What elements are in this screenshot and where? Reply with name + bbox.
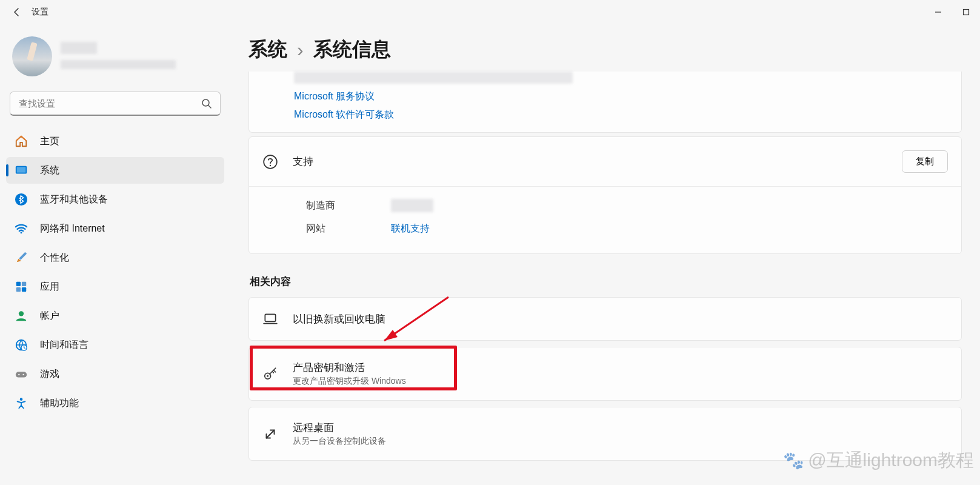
sidebar-item-gaming[interactable]: 游戏	[6, 361, 224, 387]
content-area: 系统 › 系统信息 Microsoft 服务协议 Microsoft 软件许可条…	[230, 24, 980, 485]
related-item-subtitle: 从另一台设备控制此设备	[293, 436, 386, 447]
nav-list: 主页 系统 蓝牙和其他设备 网络和 Internet 个性化 应用	[6, 128, 224, 416]
svg-rect-8	[16, 282, 21, 286]
sidebar-item-label: 蓝牙和其他设备	[40, 193, 108, 206]
svg-point-16	[18, 374, 19, 375]
titlebar: 设置	[0, 0, 980, 24]
sidebar-item-system[interactable]: 系统	[6, 157, 224, 184]
manufacturer-value-redacted	[391, 199, 433, 212]
svg-point-18	[20, 398, 23, 401]
back-button[interactable]	[6, 1, 28, 23]
svg-rect-9	[22, 282, 26, 286]
support-card: 支持 复制 制造商 网站 联机支持	[248, 136, 962, 254]
maximize-icon	[962, 8, 970, 16]
related-item-title: 以旧换新或回收电脑	[293, 312, 385, 326]
sidebar-item-account[interactable]: 帐户	[6, 303, 224, 329]
copy-button[interactable]: 复制	[902, 150, 948, 173]
online-support-link[interactable]: 联机支持	[391, 219, 430, 238]
breadcrumb: 系统 › 系统信息	[248, 36, 962, 63]
svg-rect-5	[17, 167, 26, 173]
manufacturer-label: 制造商	[306, 199, 391, 212]
svg-rect-1	[964, 10, 969, 15]
windows-spec-card: Microsoft 服务协议 Microsoft 软件许可条款	[248, 72, 962, 133]
svg-point-7	[21, 232, 22, 233]
feature-pack-redacted	[294, 72, 573, 84]
sidebar-item-label: 网络和 Internet	[40, 222, 105, 235]
sidebar-item-label: 系统	[40, 164, 59, 177]
breadcrumb-parent[interactable]: 系统	[248, 36, 287, 63]
svg-point-2	[202, 99, 209, 106]
user-profile[interactable]	[6, 24, 224, 92]
sidebar-item-bluetooth[interactable]: 蓝牙和其他设备	[6, 186, 224, 213]
svg-rect-15	[16, 372, 27, 377]
breadcrumb-current: 系统信息	[313, 36, 391, 63]
sidebar-item-label: 游戏	[40, 368, 59, 381]
search-icon	[201, 98, 212, 109]
brush-icon	[15, 251, 28, 264]
related-tradein[interactable]: 以旧换新或回收电脑	[248, 297, 962, 341]
person-icon	[15, 309, 28, 323]
search-box	[10, 92, 221, 116]
user-email-redacted	[61, 60, 176, 69]
help-icon	[262, 154, 278, 170]
maximize-button[interactable]	[952, 0, 980, 24]
gamepad-icon	[15, 367, 28, 381]
sidebar: 主页 系统 蓝牙和其他设备 网络和 Internet 个性化 应用	[0, 24, 230, 485]
accessibility-icon	[15, 396, 28, 410]
sidebar-item-label: 个性化	[40, 252, 69, 264]
related-heading: 相关内容	[250, 275, 962, 289]
svg-point-24	[267, 375, 268, 376]
home-icon	[15, 135, 28, 148]
sidebar-item-network[interactable]: 网络和 Internet	[6, 215, 224, 242]
remote-icon	[262, 426, 278, 442]
related-remote-desktop[interactable]: 远程桌面 从另一台设备控制此设备	[248, 407, 962, 461]
system-icon	[15, 164, 28, 177]
related-activation[interactable]: 产品密钥和激活 更改产品密钥或升级 Windows	[248, 347, 962, 401]
ms-service-agreement-link[interactable]: Microsoft 服务协议	[294, 87, 948, 105]
svg-line-3	[208, 105, 211, 108]
sidebar-item-label: 主页	[40, 135, 59, 148]
avatar	[12, 36, 52, 76]
minimize-button[interactable]	[924, 0, 952, 24]
website-label: 网站	[306, 222, 391, 235]
sidebar-item-label: 帐户	[40, 310, 59, 323]
profile-text	[61, 42, 218, 72]
apps-icon	[15, 280, 28, 293]
minimize-icon	[935, 8, 942, 16]
sidebar-item-accessibility[interactable]: 辅助功能	[6, 390, 224, 416]
breadcrumb-sep: ›	[297, 39, 304, 61]
search-input[interactable]	[10, 92, 221, 116]
svg-point-20	[270, 164, 271, 166]
support-title: 支持	[293, 155, 887, 169]
related-item-title: 产品密钥和激活	[293, 361, 406, 375]
bluetooth-icon	[15, 193, 28, 206]
sidebar-item-apps[interactable]: 应用	[6, 273, 224, 300]
clock-globe-icon	[15, 338, 28, 352]
window-title: 设置	[32, 7, 48, 18]
arrow-left-icon	[12, 7, 22, 17]
window-controls	[924, 0, 980, 24]
svg-rect-10	[16, 287, 21, 292]
sidebar-item-label: 应用	[40, 281, 59, 293]
svg-point-17	[22, 374, 24, 375]
sidebar-item-time[interactable]: 时间和语言	[6, 332, 224, 358]
wifi-icon	[15, 222, 28, 235]
sidebar-item-label: 辅助功能	[40, 397, 79, 410]
user-name-redacted	[61, 42, 97, 54]
sidebar-item-home[interactable]: 主页	[6, 128, 224, 155]
sidebar-item-label: 时间和语言	[40, 339, 88, 352]
svg-rect-11	[22, 287, 26, 292]
svg-point-12	[19, 311, 24, 316]
ms-license-terms-link[interactable]: Microsoft 软件许可条款	[294, 105, 948, 124]
laptop-icon	[262, 311, 278, 327]
key-icon	[262, 366, 278, 382]
related-item-subtitle: 更改产品密钥或升级 Windows	[293, 376, 406, 387]
svg-rect-21	[265, 314, 275, 321]
related-item-title: 远程桌面	[293, 421, 386, 435]
sidebar-item-personalize[interactable]: 个性化	[6, 244, 224, 271]
